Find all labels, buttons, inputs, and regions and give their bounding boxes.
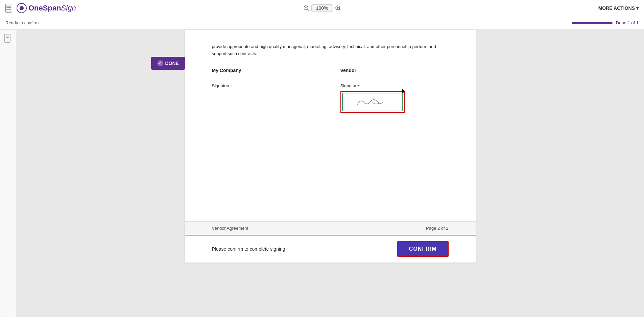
subheader-right: Done 1 of 1	[572, 20, 639, 25]
chevron-down-icon: ▾	[636, 5, 639, 11]
main-area: ✓ DONE provide appropriate and high qual…	[0, 30, 644, 317]
check-icon: ✓	[157, 60, 163, 66]
signature-red-border	[340, 91, 405, 113]
doc-area: ✓ DONE provide appropriate and high qual…	[16, 30, 644, 317]
navbar-center: 100%	[303, 4, 341, 12]
signature-section: My Company Signature: Vendor Signature:	[212, 68, 449, 113]
progress-bar-container	[572, 22, 613, 24]
vendor-signature-line-right	[407, 93, 424, 113]
zoom-value-display: 100%	[311, 4, 333, 12]
hamburger-icon: ☰	[6, 5, 11, 12]
my-company-signature-label: Signature:	[212, 83, 320, 88]
my-company-column: My Company Signature:	[212, 68, 320, 113]
confirm-bar: Please confirm to complete signing CONFI…	[185, 235, 476, 263]
done-label[interactable]: Done 1 of 1	[616, 20, 639, 25]
my-company-title: My Company	[212, 68, 320, 73]
body-text: provide appropriate and high quality man…	[212, 43, 449, 58]
logo-container: OneSpan Sign	[16, 3, 76, 14]
zoom-in-icon	[335, 5, 341, 11]
page-empty-space	[212, 113, 449, 208]
footer-page-number: Page 2 of 2	[426, 226, 449, 231]
zoom-decrease-button[interactable]	[303, 5, 309, 11]
signature-inner-box[interactable]	[342, 93, 403, 111]
page-content: provide appropriate and high quality man…	[185, 30, 476, 221]
ready-to-confirm-status: Ready to confirm	[5, 20, 39, 25]
navbar-right: MORE ACTIONS ▾	[598, 5, 639, 11]
document-page: provide appropriate and high quality man…	[185, 30, 476, 263]
progress-bar-fill	[572, 22, 613, 24]
navbar-left: ☰ OneSpan Sign	[5, 3, 76, 14]
page-footer: Vendor Agreement Page 2 of 2	[185, 221, 476, 235]
confirm-button[interactable]: CONFIRM	[397, 241, 449, 257]
vendor-signature-area	[340, 91, 449, 113]
subheader: Ready to confirm Done 1 of 1	[0, 16, 644, 30]
doc-page-wrapper: ✓ DONE provide appropriate and high qual…	[185, 30, 476, 263]
footer-doc-name: Vendor Agreement	[212, 226, 248, 231]
my-company-signature-line	[212, 91, 280, 111]
vendor-title: Vendor	[340, 68, 449, 73]
svg-point-1	[20, 6, 24, 10]
more-actions-label: MORE ACTIONS	[598, 5, 635, 11]
hamburger-button[interactable]: ☰	[5, 4, 12, 13]
vendor-signature-label: Signature:	[340, 83, 449, 88]
vendor-column: Vendor Signature:	[340, 68, 449, 113]
svg-line-8	[339, 9, 340, 10]
signature-box-wrapper[interactable]	[340, 91, 405, 113]
more-actions-button[interactable]: MORE ACTIONS ▾	[598, 5, 639, 11]
left-sidebar	[0, 30, 16, 317]
signature-image	[352, 95, 393, 109]
logo-icon	[16, 3, 27, 14]
done-button[interactable]: ✓ DONE	[151, 57, 185, 70]
svg-rect-9	[5, 34, 10, 42]
navbar: ☰ OneSpan Sign 100%	[0, 0, 644, 16]
zoom-out-icon	[303, 5, 309, 11]
logo-text-sign: Sign	[61, 4, 76, 13]
cursor-icon	[401, 88, 407, 94]
svg-line-4	[307, 9, 309, 10]
document-thumbnail-icon[interactable]	[4, 34, 12, 44]
confirm-message: Please confirm to complete signing	[212, 246, 285, 252]
doc-icon	[4, 34, 12, 43]
logo-text-onespan: OneSpan	[28, 4, 61, 13]
done-button-label: DONE	[165, 61, 179, 66]
zoom-increase-button[interactable]	[335, 5, 341, 11]
